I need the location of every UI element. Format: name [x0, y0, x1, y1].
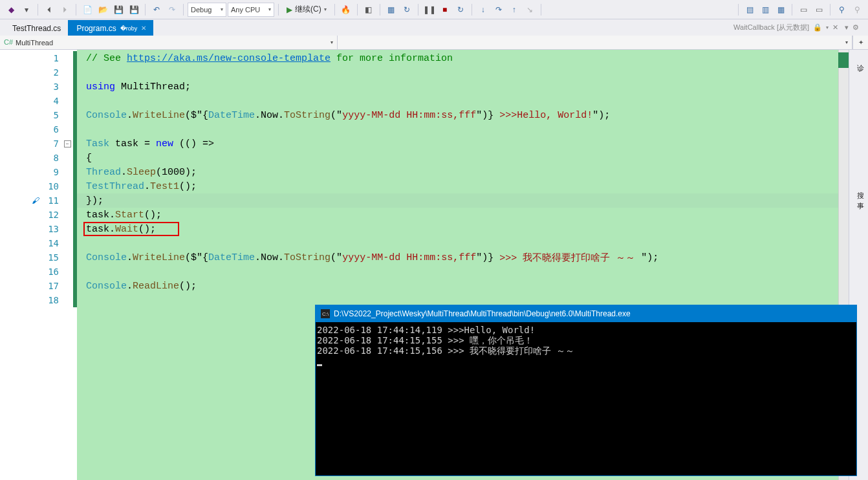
member-dropdown[interactable]: ▾ — [338, 36, 852, 49]
code-text: (" — [331, 110, 342, 121]
step-over-icon[interactable]: ↷ — [492, 3, 506, 17]
step-out-icon[interactable]: ↑ — [507, 3, 521, 17]
back-icon[interactable] — [42, 3, 56, 17]
code-text: .Now. — [255, 110, 284, 121]
line-number: 12 — [42, 210, 59, 220]
document-tab-bar: TestThread.cs Program.cs �roby ✕ WaitCal… — [0, 19, 868, 36]
open-icon[interactable]: 📂 — [96, 3, 110, 17]
caret-icon[interactable]: ▾ — [826, 25, 829, 30]
tab-label: Program.cs — [76, 24, 116, 33]
share2-icon[interactable]: ⚲ — [850, 3, 864, 17]
code-text: Wait — [115, 224, 138, 235]
pause-icon[interactable]: ❚❚ — [422, 3, 437, 17]
tab-label: TestThread.cs — [12, 24, 61, 33]
code-text: ReadLine — [133, 281, 179, 292]
side-tab-search[interactable]: 搜 — [849, 180, 868, 191]
code-text: // See — [86, 53, 127, 64]
side-tab-events[interactable]: 事 — [849, 191, 868, 201]
tab-testthread[interactable]: TestThread.cs — [4, 20, 68, 36]
continue-button[interactable]: ▶ 继续(C) ▾ — [283, 3, 331, 17]
csharp-icon: C# — [4, 38, 13, 47]
code-text: using — [86, 82, 115, 93]
code-text: ")} — [476, 110, 499, 121]
console-window: C:\ D:\VS2022_Project\Wesky\MultiThread\… — [315, 305, 857, 476]
logo-icon: ◆ — [4, 3, 18, 17]
forward-icon[interactable] — [58, 3, 72, 17]
code-text: . — [127, 110, 133, 121]
code-text: ToString — [284, 110, 331, 121]
code-text: >>>Hello, World! — [499, 110, 592, 121]
continue-label: 继续(C) — [295, 4, 321, 15]
side-tab-diagnostics[interactable]: 诊 — [849, 54, 868, 64]
cursor-icon — [317, 364, 322, 366]
console-output[interactable]: 2022-06-18 17:44:14,119 >>>Hello, World!… — [316, 322, 856, 475]
layout3-icon[interactable]: ▦ — [774, 3, 788, 17]
code-text: Task — [86, 138, 109, 149]
code-text: (() => — [173, 138, 214, 149]
code-text: (); — [138, 224, 156, 235]
window2-icon[interactable]: ▭ — [812, 3, 826, 17]
code-text: (); — [179, 181, 197, 192]
nav-bar: C# MultiThread ▾ ▾ ✦ — [0, 36, 868, 50]
code-text: ($"{ — [185, 252, 208, 263]
cursor-icon[interactable]: ↘ — [523, 3, 537, 17]
save-icon[interactable]: 💾 — [111, 3, 125, 17]
code-text: task = — [109, 138, 156, 149]
line-number: 1 — [42, 53, 59, 63]
refresh-icon[interactable]: ↻ — [400, 3, 414, 17]
code-text: Console — [86, 281, 127, 292]
stop-icon[interactable]: ■ — [438, 3, 452, 17]
console-titlebar[interactable]: C:\ D:\VS2022_Project\Wesky\MultiThread\… — [316, 305, 856, 322]
console-line: 2022-06-18 17:44:15,156 >>> 我不晓得要打印啥子 ～～ — [317, 345, 574, 356]
pin-icon[interactable]: �roby — [120, 25, 138, 32]
share-icon[interactable]: ⚲ — [834, 3, 849, 17]
split-icon[interactable]: ✦ — [852, 36, 868, 49]
restart-icon[interactable]: ↻ — [453, 3, 468, 17]
line-number: 9 — [42, 167, 59, 177]
metadata-label: WaitCallback [从元数据] — [733, 23, 809, 32]
layout2-icon[interactable]: ▥ — [758, 3, 772, 17]
caret-down-icon: ▾ — [324, 6, 327, 12]
code-link[interactable]: https://aka.ms/new-console-template — [127, 53, 331, 64]
brush-icon[interactable]: 🖌 — [32, 196, 39, 205]
window-icon[interactable]: ▭ — [796, 3, 810, 17]
step-into-icon[interactable]: ↓ — [476, 3, 490, 17]
code-text: "); — [641, 252, 658, 263]
code-text: Test1 — [150, 181, 179, 192]
new-file-icon[interactable]: 📄 — [80, 3, 94, 17]
dropdown-icon[interactable]: ▾ — [845, 23, 849, 32]
redo-icon[interactable]: ↷ — [165, 3, 179, 17]
line-number: 11 — [42, 195, 59, 206]
line-number: 4 — [42, 96, 59, 106]
config-dropdown[interactable]: Debug ▾ — [188, 3, 226, 17]
undo-icon[interactable]: ↶ — [149, 3, 164, 17]
tool-icon[interactable]: ◧ — [362, 3, 376, 17]
code-text: . — [127, 281, 133, 292]
hot-reload-icon[interactable]: 🔥 — [339, 3, 353, 17]
code-text: new — [156, 138, 173, 149]
fold-column: − — [61, 50, 73, 480]
gutter: 1 2 3 4 5 6 7 8 9 10 🖌11 12 13 14 15 16 … — [0, 50, 61, 480]
gear-icon[interactable]: ⚙ — [852, 23, 859, 32]
code-text: WriteLine — [133, 110, 185, 121]
close-icon[interactable]: ✕ — [832, 23, 838, 32]
code-text: Thread — [86, 167, 121, 178]
save-all-icon[interactable]: 💾 — [127, 3, 141, 17]
platform-dropdown[interactable]: Any CPU ▾ — [228, 3, 274, 17]
console-title-text: D:\VS2022_Project\Wesky\MultiThread\Mult… — [334, 309, 631, 318]
code-text: ($"{ — [185, 110, 208, 121]
code-text: MultiThread; — [115, 82, 191, 93]
step-icon[interactable]: ▦ — [384, 3, 398, 17]
line-number: 8 — [42, 153, 59, 163]
code-text: Start — [115, 210, 144, 221]
fold-toggle[interactable]: − — [64, 140, 71, 147]
scope-dropdown[interactable]: C# MultiThread ▾ — [0, 36, 338, 49]
code-text: (" — [331, 252, 342, 263]
code-text: >>> 我不晓得要打印啥子 ～～ — [499, 252, 641, 264]
code-text: Sleep — [127, 167, 156, 178]
layout-icon[interactable]: ▤ — [743, 3, 757, 17]
tab-program[interactable]: Program.cs �roby ✕ — [68, 20, 153, 36]
close-icon[interactable]: ✕ — [141, 25, 146, 32]
dropdown-icon[interactable]: ▾ — [19, 3, 34, 17]
play-icon: ▶ — [287, 5, 292, 14]
